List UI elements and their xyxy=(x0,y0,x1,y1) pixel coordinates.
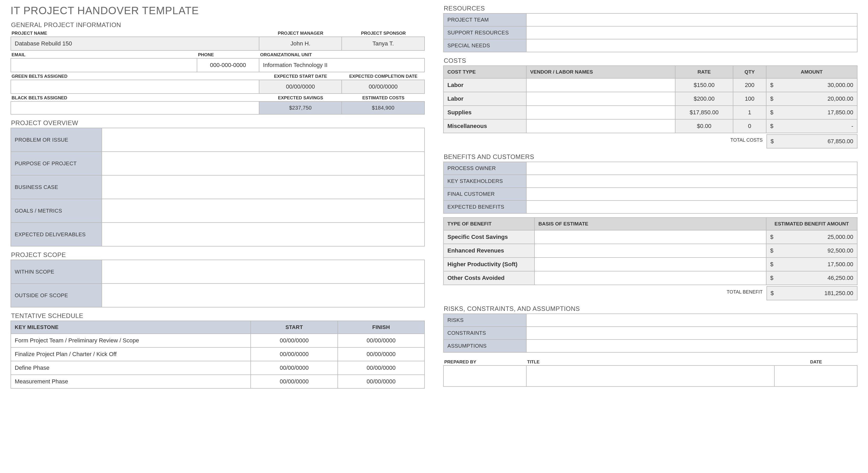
value-goals[interactable] xyxy=(102,199,425,223)
label-business-case: BUSINESS CASE xyxy=(11,175,102,199)
value-purpose[interactable] xyxy=(102,152,425,175)
cost-qty[interactable]: 1 xyxy=(733,106,767,120)
header-qty: QTY xyxy=(733,66,767,78)
cost-amount: $17,850.00 xyxy=(767,106,858,120)
cost-amount: $30,000.00 xyxy=(767,78,858,92)
value-email[interactable] xyxy=(11,59,197,72)
value-risks[interactable] xyxy=(527,314,858,327)
value-assumptions[interactable] xyxy=(527,340,858,353)
header-benefit-type: TYPE OF BENEFIT xyxy=(444,218,535,231)
value-process-owner[interactable] xyxy=(527,162,858,175)
label-special-needs: SPECIAL NEEDS xyxy=(444,39,527,52)
section-scope: PROJECT SCOPE xyxy=(11,251,425,259)
schedule-finish[interactable]: 00/00/0000 xyxy=(338,375,425,388)
value-problem[interactable] xyxy=(102,128,425,152)
value-deliverables[interactable] xyxy=(102,223,425,246)
value-prepared-by[interactable] xyxy=(444,366,527,387)
value-expected-start[interactable]: 00/00/0000 xyxy=(259,80,342,94)
label-deliverables: EXPECTED DELIVERABLES xyxy=(11,223,102,246)
benefit-basis[interactable] xyxy=(535,271,767,285)
value-constraints[interactable] xyxy=(527,327,858,340)
schedule-start[interactable]: 00/00/0000 xyxy=(251,348,338,361)
cost-qty[interactable]: 0 xyxy=(733,120,767,133)
value-org-unit[interactable]: Information Technology II xyxy=(259,59,425,72)
cost-vendor[interactable] xyxy=(527,78,676,92)
schedule-finish[interactable]: 00/00/0000 xyxy=(338,361,425,375)
value-total-benefit: $181,250.00 xyxy=(767,286,858,300)
value-stakeholders[interactable] xyxy=(527,175,858,188)
schedule-milestone[interactable]: Measurement Phase xyxy=(11,375,251,388)
value-project-manager[interactable]: John H. xyxy=(259,37,342,51)
value-project-sponsor[interactable]: Tanya T. xyxy=(342,37,425,51)
schedule-finish[interactable]: 00/00/0000 xyxy=(338,334,425,348)
benefit-type[interactable]: Higher Productivity (Soft) xyxy=(444,258,535,271)
cost-rate[interactable]: $200.00 xyxy=(676,92,733,106)
cost-type[interactable]: Labor xyxy=(444,78,527,92)
value-support-resources[interactable] xyxy=(527,27,858,39)
label-black-belts: BLACK BELTS ASSIGNED xyxy=(10,94,259,101)
label-date: DATE xyxy=(775,359,858,365)
cost-qty[interactable]: 200 xyxy=(733,78,767,92)
cost-vendor[interactable] xyxy=(527,92,676,106)
value-green-belts[interactable] xyxy=(11,80,259,94)
value-project-name[interactable]: Database Rebuild 150 xyxy=(11,37,259,51)
cost-rate[interactable]: $17,850.00 xyxy=(676,106,733,120)
value-title[interactable] xyxy=(527,366,775,387)
label-stakeholders: KEY STAKEHOLDERS xyxy=(444,175,527,188)
benefit-amount: $46,250.00 xyxy=(767,271,858,285)
benefit-basis[interactable] xyxy=(535,231,767,244)
label-risks: RISKS xyxy=(444,314,527,327)
value-final-customer[interactable] xyxy=(527,188,858,201)
value-expected-completion[interactable]: 00/00/0000 xyxy=(342,80,425,94)
value-date[interactable] xyxy=(775,366,858,387)
value-estimated-costs[interactable]: $184,900 xyxy=(342,102,425,114)
cost-type[interactable]: Miscellaneous xyxy=(444,120,527,133)
label-final-customer: FINAL CUSTOMER xyxy=(444,188,527,201)
benefit-type[interactable]: Other Costs Avoided xyxy=(444,271,535,285)
cost-type[interactable]: Labor xyxy=(444,92,527,106)
label-expected-completion: EXPECTED COMPLETION DATE xyxy=(342,73,425,80)
cost-vendor[interactable] xyxy=(527,120,676,133)
benefit-type[interactable]: Enhanced Revenues xyxy=(444,244,535,258)
value-project-team[interactable] xyxy=(527,14,858,27)
label-expected-savings: EXPECTED SAVINGS xyxy=(259,94,342,101)
label-process-owner: PROCESS OWNER xyxy=(444,162,527,175)
label-problem: PROBLEM OR ISSUE xyxy=(11,128,102,152)
label-total-costs: TOTAL COSTS xyxy=(443,134,767,148)
value-within-scope[interactable] xyxy=(102,260,425,284)
benefit-basis[interactable] xyxy=(535,258,767,271)
schedule-start[interactable]: 00/00/0000 xyxy=(251,375,338,388)
schedule-start[interactable]: 00/00/0000 xyxy=(251,334,338,348)
value-special-needs[interactable] xyxy=(527,39,858,52)
cost-rate[interactable]: $0.00 xyxy=(676,120,733,133)
value-expected-savings[interactable]: $237,750 xyxy=(259,102,342,114)
value-black-belts[interactable] xyxy=(11,102,259,114)
schedule-milestone[interactable]: Finalize Project Plan / Charter / Kick O… xyxy=(11,348,251,361)
label-project-manager: PROJECT MANAGER xyxy=(259,30,342,36)
section-costs: COSTS xyxy=(444,57,858,64)
value-phone[interactable]: 000-000-0000 xyxy=(197,59,259,72)
cost-vendor[interactable] xyxy=(527,106,676,120)
label-assumptions: ASSUMPTIONS xyxy=(444,340,527,353)
schedule-start[interactable]: 00/00/0000 xyxy=(251,361,338,375)
schedule-finish[interactable]: 00/00/0000 xyxy=(338,348,425,361)
label-email: EMAIL xyxy=(10,51,197,58)
value-total-costs: $67,850.00 xyxy=(767,134,858,148)
cost-type[interactable]: Supplies xyxy=(444,106,527,120)
benefit-type[interactable]: Specific Cost Savings xyxy=(444,231,535,244)
header-finish: FINISH xyxy=(338,321,425,334)
label-project-team: PROJECT TEAM xyxy=(444,14,527,27)
schedule-milestone[interactable]: Define Phase xyxy=(11,361,251,375)
value-business-case[interactable] xyxy=(102,175,425,199)
benefit-basis[interactable] xyxy=(535,244,767,258)
header-cost-type: COST TYPE xyxy=(444,66,527,78)
value-outside-scope[interactable] xyxy=(102,284,425,307)
section-risks: RISKS, CONSTRAINTS, AND ASSUMPTIONS xyxy=(444,305,858,312)
section-general: GENERAL PROJECT INFORMATION xyxy=(11,21,425,29)
cost-qty[interactable]: 100 xyxy=(733,92,767,106)
value-expected-benefits[interactable] xyxy=(527,201,858,214)
schedule-milestone[interactable]: Form Project Team / Preliminary Review /… xyxy=(11,334,251,348)
cost-rate[interactable]: $150.00 xyxy=(676,78,733,92)
header-rate: RATE xyxy=(676,66,733,78)
document-title: IT PROJECT HANDOVER TEMPLATE xyxy=(10,5,425,16)
